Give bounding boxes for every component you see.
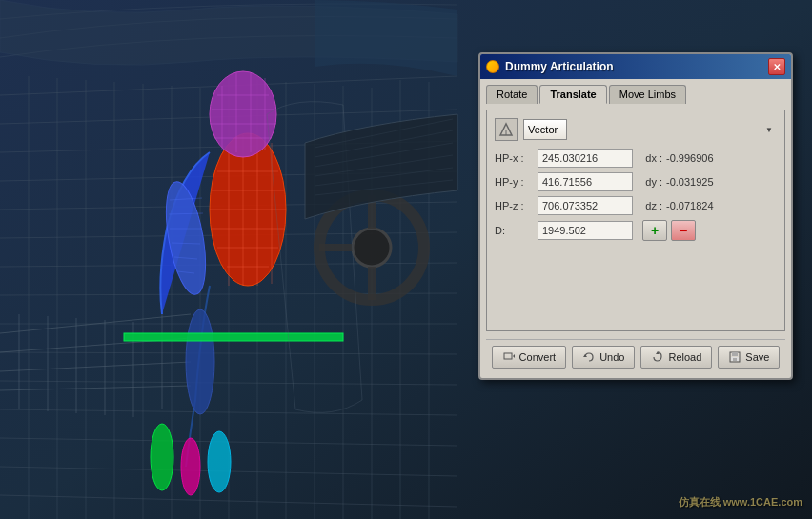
tab-translate[interactable]: Translate bbox=[539, 85, 606, 104]
watermark: 仿真在线 www.1CAE.com bbox=[679, 495, 802, 509]
delta-label-hpy: dy : bbox=[633, 176, 666, 188]
save-icon bbox=[728, 350, 741, 364]
mode-row: Vector Normal Axis bbox=[495, 118, 777, 141]
d-label: D: bbox=[495, 225, 538, 236]
svg-rect-94 bbox=[733, 358, 737, 361]
title-icon bbox=[486, 60, 499, 73]
svg-rect-86 bbox=[504, 353, 512, 359]
svg-point-52 bbox=[210, 71, 276, 157]
tab-content: Vector Normal Axis HP-x : dx : -0.996906… bbox=[486, 110, 785, 331]
convert-button[interactable]: Convert bbox=[492, 346, 567, 369]
field-label-hpy: HP-y : bbox=[495, 176, 538, 188]
title-bar-left: Dummy Articulation bbox=[486, 60, 614, 73]
dialog-panel: Dummy Articulation ✕ Rotate Translate Mo… bbox=[478, 52, 793, 380]
svg-point-83 bbox=[208, 431, 231, 492]
field-input-hpx[interactable] bbox=[538, 149, 633, 168]
field-label-hpz: HP-z : bbox=[495, 200, 538, 211]
tab-move-limbs[interactable]: Move Limbs bbox=[609, 85, 686, 104]
d-input[interactable] bbox=[538, 221, 633, 240]
mode-icon bbox=[495, 118, 518, 141]
reload-button[interactable]: Reload bbox=[640, 346, 712, 369]
d-minus-button[interactable]: − bbox=[671, 220, 696, 241]
d-row: D: + − bbox=[495, 220, 777, 241]
title-text: Dummy Articulation bbox=[505, 60, 614, 73]
field-row-hpz: HP-z : dz : -0.071824 bbox=[495, 196, 777, 215]
delta-label-hpx: dx : bbox=[633, 152, 666, 164]
field-input-hpy[interactable] bbox=[538, 172, 633, 191]
field-row-hpy: HP-y : dy : -0.031925 bbox=[495, 172, 777, 191]
close-button[interactable]: ✕ bbox=[768, 58, 785, 75]
d-plus-button[interactable]: + bbox=[642, 220, 667, 241]
undo-icon bbox=[582, 350, 596, 364]
dialog-content: Rotate Translate Move Limbs Vector Norma… bbox=[480, 79, 791, 378]
delta-value-hpx: -0.996906 bbox=[666, 152, 714, 164]
reload-label: Reload bbox=[668, 351, 701, 363]
svg-marker-89 bbox=[583, 354, 587, 357]
undo-label: Undo bbox=[599, 351, 624, 363]
tab-rotate[interactable]: Rotate bbox=[486, 85, 538, 104]
svg-rect-69 bbox=[124, 333, 343, 341]
tab-bar: Rotate Translate Move Limbs bbox=[486, 85, 785, 104]
spacer-area bbox=[495, 247, 777, 323]
svg-point-82 bbox=[181, 438, 200, 495]
delta-value-hpz: -0.071824 bbox=[666, 200, 714, 211]
svg-marker-88 bbox=[514, 354, 515, 358]
field-input-hpz[interactable] bbox=[538, 196, 633, 215]
mode-select-wrapper: Vector Normal Axis bbox=[523, 119, 777, 140]
convert-label: Convert bbox=[519, 351, 557, 363]
reload-icon bbox=[651, 350, 664, 364]
field-row-hpx: HP-x : dx : -0.996906 bbox=[495, 149, 777, 168]
svg-point-81 bbox=[151, 424, 173, 490]
delta-label-hpz: dz : bbox=[633, 200, 666, 211]
mode-select[interactable]: Vector Normal Axis bbox=[523, 119, 567, 140]
field-label-hpx: HP-x : bbox=[495, 152, 538, 164]
delta-value-hpy: -0.031925 bbox=[666, 176, 714, 188]
svg-point-68 bbox=[186, 309, 214, 414]
bottom-buttons: Convert Undo Reload bbox=[486, 339, 785, 372]
save-label: Save bbox=[745, 351, 769, 363]
d-buttons: + − bbox=[642, 220, 696, 241]
undo-button[interactable]: Undo bbox=[572, 346, 635, 369]
save-button[interactable]: Save bbox=[718, 346, 780, 369]
convert-icon bbox=[502, 350, 516, 364]
title-bar: Dummy Articulation ✕ bbox=[480, 54, 791, 79]
svg-point-71 bbox=[353, 229, 391, 267]
svg-rect-92 bbox=[732, 352, 738, 356]
